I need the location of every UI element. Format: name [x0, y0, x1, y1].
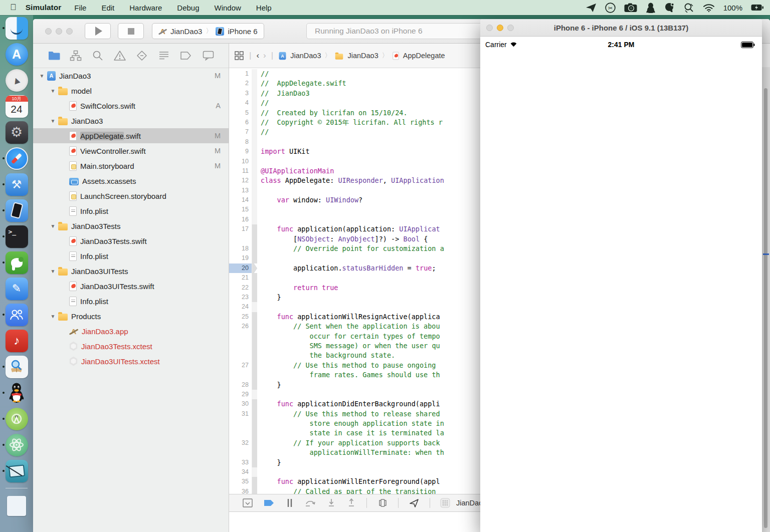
line-number[interactable]: [229, 428, 252, 438]
line-number[interactable]: 5: [229, 108, 252, 118]
dock-item-qq[interactable]: [0, 380, 33, 406]
tree-item-viewcontroller-swift[interactable]: ViewController.swiftM: [33, 143, 229, 158]
navigator-tab-debug[interactable]: [157, 49, 170, 62]
line-number[interactable]: [229, 419, 252, 428]
line-number[interactable]: 32: [229, 438, 252, 448]
fold-ribbon[interactable]: [252, 98, 257, 108]
navigator-tab-symbol[interactable]: [69, 49, 82, 62]
qq-penguin-icon[interactable]: [646, 3, 656, 13]
dock-item-xcode[interactable]: ⚒: [0, 171, 33, 197]
close-window-icon[interactable]: [45, 28, 52, 35]
fold-ribbon[interactable]: [252, 137, 257, 147]
line-number[interactable]: 22: [229, 283, 252, 293]
fold-ribbon[interactable]: [252, 332, 257, 341]
simulator-title-bar[interactable]: iPhone 6 - iPhone 6 / iOS 9.1 (13B137): [480, 19, 762, 37]
dock-item-terminal[interactable]: >_: [0, 223, 33, 249]
fold-ribbon[interactable]: [252, 370, 257, 380]
line-number[interactable]: 10: [229, 157, 252, 166]
dock-item-safari[interactable]: [0, 145, 33, 171]
dock-item-system-preferences[interactable]: ⚙: [0, 119, 33, 145]
dictionary-search-icon[interactable]: [683, 3, 694, 13]
fold-ribbon[interactable]: [252, 195, 257, 205]
related-items-icon[interactable]: [234, 51, 244, 61]
jump-bar-crumb[interactable]: JianDao3: [347, 52, 378, 60]
tree-item-jiandao3uitests-swift[interactable]: JianDao3UITests.swift: [33, 279, 229, 294]
fold-ribbon[interactable]: [252, 234, 257, 244]
line-number[interactable]: [229, 448, 252, 457]
line-number[interactable]: [229, 370, 252, 380]
fold-ribbon[interactable]: [252, 312, 257, 322]
tree-item-jiandao3[interactable]: ▼AJianDao3M: [33, 68, 229, 83]
view-debugger-icon[interactable]: [377, 498, 388, 508]
dock-item-screen-annotation-tool[interactable]: [0, 458, 33, 484]
line-number[interactable]: 31: [229, 409, 252, 419]
camera-icon[interactable]: [624, 3, 637, 13]
tree-item-jiandao3-app[interactable]: AJianDao3.app: [33, 324, 229, 339]
scheme-selector[interactable]: A JianDao3 〉 iPhone 6: [152, 23, 264, 39]
line-number[interactable]: [229, 234, 252, 244]
fold-ribbon[interactable]: [252, 176, 257, 185]
fold-ribbon[interactable]: [252, 380, 257, 390]
navigator-tab-search[interactable]: [91, 49, 104, 62]
wifi-icon[interactable]: [703, 4, 715, 12]
dock-item-launchpad[interactable]: ▲: [0, 67, 33, 93]
navigator-tab-issue[interactable]: [113, 49, 126, 62]
fold-ribbon[interactable]: [252, 428, 257, 438]
tree-item-main-storyboard[interactable]: Main.storyboardM: [33, 158, 229, 173]
tree-item-info-plist[interactable]: Info.plist: [33, 248, 229, 263]
stop-button[interactable]: [118, 23, 144, 39]
tree-item-jiandao3tests-swift[interactable]: JianDao3Tests.swift: [33, 233, 229, 248]
navigator-tab-report[interactable]: [202, 49, 215, 62]
simulator-screen[interactable]: 2:41 PM Carrier: [480, 37, 762, 532]
disclosure-triangle-icon[interactable]: ▼: [50, 314, 56, 319]
line-number[interactable]: 3: [229, 89, 252, 98]
breakpoints-toggle-icon[interactable]: [263, 498, 275, 507]
line-number[interactable]: 23: [229, 293, 252, 302]
dock-item-calendar[interactable]: 10月24: [0, 93, 33, 119]
disclosure-triangle-icon[interactable]: ▼: [50, 223, 56, 229]
fold-ribbon[interactable]: [252, 458, 257, 467]
dock-item-netease-music[interactable]: ♪: [0, 328, 33, 354]
dock-item-atom[interactable]: [0, 432, 33, 458]
fold-ribbon[interactable]: [252, 448, 257, 457]
line-number[interactable]: 15: [229, 205, 252, 214]
line-number[interactable]: 20: [229, 263, 252, 273]
fold-ribbon[interactable]: [252, 147, 257, 156]
dock-item-app-store[interactable]: A: [0, 41, 33, 67]
menu-hardware[interactable]: Hardware: [129, 4, 162, 12]
tree-item-appdelegate-swift[interactable]: AppDelegate.swiftM: [33, 128, 229, 143]
line-number[interactable]: 36: [229, 487, 252, 494]
line-number[interactable]: 35: [229, 477, 252, 486]
line-number[interactable]: 27: [229, 361, 252, 370]
navigator-tab-project-selected[interactable]: [47, 49, 60, 62]
pause-icon[interactable]: [285, 498, 294, 508]
fold-ribbon[interactable]: [252, 438, 257, 448]
fold-ribbon[interactable]: [252, 487, 257, 494]
line-number[interactable]: 8: [229, 137, 252, 147]
telegram-plane-icon[interactable]: [586, 3, 597, 13]
line-number[interactable]: 14: [229, 195, 252, 205]
line-number[interactable]: 29: [229, 390, 252, 399]
line-number[interactable]: [229, 351, 252, 360]
dock-item-contacts-people-app[interactable]: [0, 302, 33, 328]
tree-item-jiandao3uitests-xctest[interactable]: JianDao3UITests.xctest: [33, 354, 229, 369]
line-number[interactable]: [229, 332, 252, 341]
navigator-tab-breakpoint[interactable]: [179, 49, 192, 62]
line-number[interactable]: 30: [229, 399, 252, 409]
fold-ribbon[interactable]: [252, 215, 257, 224]
fold-ribbon[interactable]: [252, 273, 257, 283]
fold-ribbon[interactable]: [252, 205, 257, 214]
dock-item-notes-app[interactable]: ✎: [0, 276, 33, 302]
editor-scrollbar[interactable]: [761, 67, 770, 532]
fold-ribbon[interactable]: [252, 351, 257, 360]
line-number[interactable]: 33: [229, 458, 252, 467]
fold-ribbon[interactable]: [252, 79, 257, 88]
menu-window[interactable]: Window: [215, 4, 241, 12]
fold-ribbon[interactable]: [252, 224, 257, 234]
line-number[interactable]: 2: [229, 79, 252, 88]
tree-item-model[interactable]: ▼model: [33, 83, 229, 98]
fold-ribbon[interactable]: [252, 341, 257, 351]
line-number[interactable]: 17: [229, 224, 252, 234]
fold-ribbon[interactable]: [252, 89, 257, 98]
fold-ribbon[interactable]: [252, 108, 257, 118]
